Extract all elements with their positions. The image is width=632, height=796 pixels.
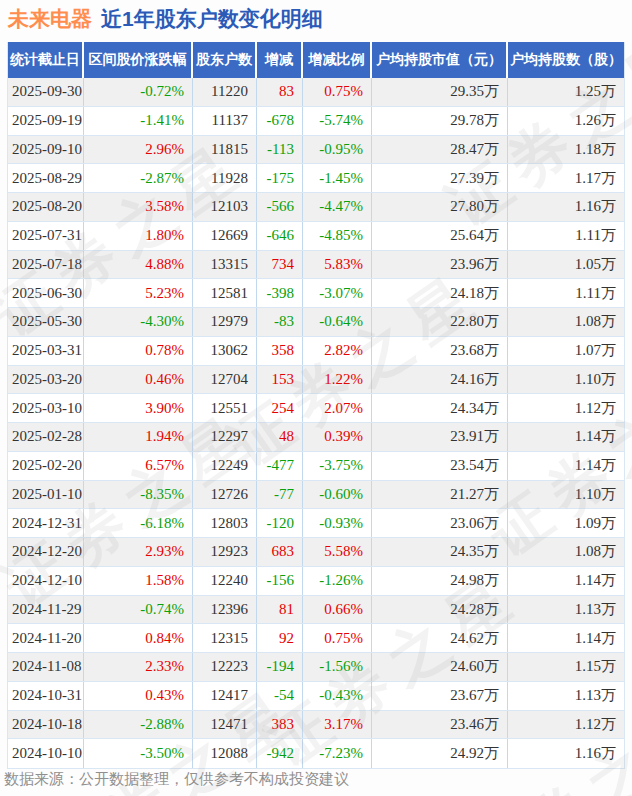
change-ratio-cell: -0.95% bbox=[303, 136, 372, 164]
table-row: 2025-03-310.78%130623582.82%23.68万1.07万 bbox=[8, 337, 624, 366]
change-cell: -194 bbox=[257, 653, 303, 681]
change-ratio-cell: 0.75% bbox=[303, 624, 372, 652]
avg-market-value-cell: 24.98万 bbox=[372, 567, 508, 595]
holder-count-cell: 12551 bbox=[193, 394, 257, 422]
avg-shares-cell: 1.15万 bbox=[508, 653, 624, 681]
table-row: 2025-08-203.58%12103-566-4.47%27.80万1.16… bbox=[8, 193, 624, 222]
change-ratio-cell: -0.93% bbox=[303, 509, 372, 537]
avg-market-value-cell: 29.35万 bbox=[372, 78, 508, 106]
date-cell: 2025-02-20 bbox=[8, 452, 84, 480]
avg-shares-cell: 1.10万 bbox=[508, 481, 624, 509]
price-change-cell: 5.23% bbox=[84, 279, 193, 307]
avg-market-value-cell: 25.64万 bbox=[372, 222, 508, 250]
col-header-avg-shares: 户均持股数（股） bbox=[508, 42, 624, 78]
change-cell: -175 bbox=[257, 164, 303, 192]
page-title: 未来电器近1年股东户数变化明细 bbox=[8, 5, 323, 33]
holder-count-cell: 12297 bbox=[193, 423, 257, 451]
avg-shares-cell: 1.13万 bbox=[508, 682, 624, 710]
price-change-cell: -2.87% bbox=[84, 164, 193, 192]
change-ratio-cell: 0.75% bbox=[303, 78, 372, 106]
price-change-cell: 6.57% bbox=[84, 452, 193, 480]
table-row: 2025-08-29-2.87%11928-175-1.45%27.39万1.1… bbox=[8, 164, 624, 193]
table-row: 2024-10-310.43%12417-54-0.43%23.67万1.13万 bbox=[8, 682, 624, 711]
price-change-cell: 1.80% bbox=[84, 222, 193, 250]
date-cell: 2025-03-10 bbox=[8, 394, 84, 422]
date-cell: 2025-09-30 bbox=[8, 78, 84, 106]
avg-market-value-cell: 23.06万 bbox=[372, 509, 508, 537]
avg-market-value-cell: 29.78万 bbox=[372, 107, 508, 135]
change-cell: -77 bbox=[257, 481, 303, 509]
avg-market-value-cell: 24.28万 bbox=[372, 596, 508, 624]
date-cell: 2025-06-30 bbox=[8, 279, 84, 307]
change-cell: -120 bbox=[257, 509, 303, 537]
avg-market-value-cell: 21.27万 bbox=[372, 481, 508, 509]
date-cell: 2025-03-20 bbox=[8, 366, 84, 394]
holder-count-cell: 12417 bbox=[193, 682, 257, 710]
table-row: 2024-11-200.84%12315920.75%24.62万1.14万 bbox=[8, 624, 624, 653]
holder-count-cell: 13062 bbox=[193, 337, 257, 365]
price-change-cell: -1.41% bbox=[84, 107, 193, 135]
change-ratio-cell: 0.39% bbox=[303, 423, 372, 451]
col-header-holder-count: 股东户数 bbox=[193, 42, 257, 78]
avg-market-value-cell: 22.80万 bbox=[372, 308, 508, 336]
change-cell: 48 bbox=[257, 423, 303, 451]
holder-count-cell: 12249 bbox=[193, 452, 257, 480]
avg-market-value-cell: 24.92万 bbox=[372, 739, 508, 768]
date-cell: 2024-11-08 bbox=[8, 653, 84, 681]
price-change-cell: 0.78% bbox=[84, 337, 193, 365]
avg-market-value-cell: 23.68万 bbox=[372, 337, 508, 365]
change-cell: -566 bbox=[257, 193, 303, 221]
avg-shares-cell: 1.25万 bbox=[508, 78, 624, 106]
change-ratio-cell: -1.45% bbox=[303, 164, 372, 192]
date-cell: 2025-08-29 bbox=[8, 164, 84, 192]
report-title: 近1年股东户数变化明细 bbox=[101, 7, 323, 30]
change-cell: 254 bbox=[257, 394, 303, 422]
table-header-row: 统计截止日 区间股价涨跌幅 股东户数 增减 增减比例 户均持股市值（元） 户均持… bbox=[8, 42, 624, 78]
change-ratio-cell: -3.07% bbox=[303, 279, 372, 307]
col-header-price-change: 区间股价涨跌幅 bbox=[84, 42, 193, 78]
col-header-change-ratio: 增减比例 bbox=[303, 42, 372, 78]
avg-shares-cell: 1.16万 bbox=[508, 739, 624, 768]
col-header-avg-market-value: 户均持股市值（元） bbox=[372, 42, 508, 78]
date-cell: 2025-01-10 bbox=[8, 481, 84, 509]
date-cell: 2024-11-29 bbox=[8, 596, 84, 624]
price-change-cell: 0.46% bbox=[84, 366, 193, 394]
price-change-cell: 0.43% bbox=[84, 682, 193, 710]
price-change-cell: -6.18% bbox=[84, 509, 193, 537]
date-cell: 2025-02-28 bbox=[8, 423, 84, 451]
avg-shares-cell: 1.18万 bbox=[508, 136, 624, 164]
price-change-cell: 1.58% bbox=[84, 567, 193, 595]
price-change-cell: -3.50% bbox=[84, 739, 193, 768]
change-cell: 734 bbox=[257, 251, 303, 279]
date-cell: 2024-11-20 bbox=[8, 624, 84, 652]
holder-count-cell: 12471 bbox=[193, 711, 257, 739]
table-row: 2024-11-29-0.74%12396810.66%24.28万1.13万 bbox=[8, 596, 624, 625]
table-row: 2025-09-19-1.41%11137-678-5.74%29.78万1.2… bbox=[8, 107, 624, 136]
table-row: 2025-09-102.96%11815-113-0.95%28.47万1.18… bbox=[8, 136, 624, 165]
avg-shares-cell: 1.09万 bbox=[508, 509, 624, 537]
change-ratio-cell: -0.60% bbox=[303, 481, 372, 509]
table-row: 2025-09-30-0.72%11220830.75%29.35万1.25万 bbox=[8, 78, 624, 107]
avg-market-value-cell: 24.16万 bbox=[372, 366, 508, 394]
price-change-cell: 3.58% bbox=[84, 193, 193, 221]
price-change-cell: -0.74% bbox=[84, 596, 193, 624]
table-row: 2025-06-305.23%12581-398-3.07%24.18万1.11… bbox=[8, 279, 624, 308]
avg-market-value-cell: 27.80万 bbox=[372, 193, 508, 221]
avg-market-value-cell: 24.62万 bbox=[372, 624, 508, 652]
avg-shares-cell: 1.16万 bbox=[508, 193, 624, 221]
avg-shares-cell: 1.14万 bbox=[508, 452, 624, 480]
change-ratio-cell: 0.66% bbox=[303, 596, 372, 624]
avg-market-value-cell: 23.96万 bbox=[372, 251, 508, 279]
date-cell: 2024-12-31 bbox=[8, 509, 84, 537]
price-change-cell: 2.93% bbox=[84, 538, 193, 566]
change-cell: -398 bbox=[257, 279, 303, 307]
change-ratio-cell: -0.64% bbox=[303, 308, 372, 336]
stock-name: 未来电器 bbox=[8, 7, 92, 30]
holder-count-cell: 11137 bbox=[193, 107, 257, 135]
avg-market-value-cell: 24.18万 bbox=[372, 279, 508, 307]
change-cell: -83 bbox=[257, 308, 303, 336]
holder-count-cell: 12103 bbox=[193, 193, 257, 221]
price-change-cell: 4.88% bbox=[84, 251, 193, 279]
holder-count-cell: 11928 bbox=[193, 164, 257, 192]
col-header-date: 统计截止日 bbox=[8, 42, 84, 78]
